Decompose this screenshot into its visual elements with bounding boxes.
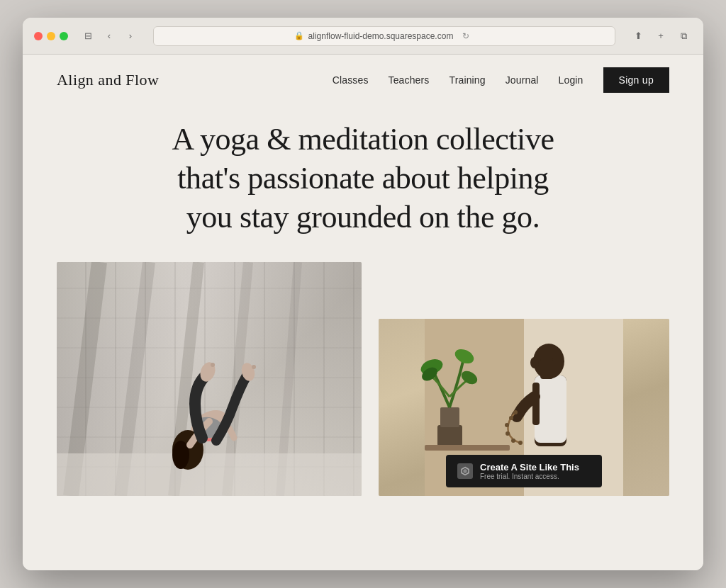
lock-icon: 🔒 bbox=[294, 31, 304, 40]
browser-chrome: ⊟ ‹ › 🔒 alignflow-fluid-demo.squarespace… bbox=[23, 18, 703, 55]
banner-main-text: Create A Site Like This bbox=[480, 462, 579, 473]
svg-point-12 bbox=[252, 365, 256, 369]
share-button[interactable]: ⬆ bbox=[630, 28, 647, 45]
back-button[interactable]: ‹ bbox=[101, 28, 118, 45]
hero-text-block: A yoga & meditation collective that's pa… bbox=[164, 120, 562, 237]
svg-point-31 bbox=[506, 431, 510, 436]
svg-point-26 bbox=[530, 357, 539, 368]
yoga-bg bbox=[57, 262, 362, 496]
browser-window: ⊟ ‹ › 🔒 alignflow-fluid-demo.squarespace… bbox=[23, 18, 703, 570]
website-content: Align and Flow Classes Teachers Training… bbox=[23, 55, 703, 570]
squarespace-logo bbox=[457, 463, 473, 479]
browser-actions: ⬆ + ⧉ bbox=[630, 28, 692, 45]
hero-headline: A yoga & meditation collective that's pa… bbox=[164, 120, 562, 237]
signup-button[interactable]: Sign up bbox=[603, 67, 669, 93]
svg-rect-15 bbox=[437, 425, 462, 446]
images-row: Create A Site Like This Free trial. Inst… bbox=[57, 262, 669, 570]
site-logo[interactable]: Align and Flow bbox=[57, 71, 159, 89]
squarespace-banner[interactable]: Create A Site Like This Free trial. Inst… bbox=[446, 455, 602, 487]
reload-button[interactable]: ↻ bbox=[457, 28, 474, 45]
yoga-figure-svg bbox=[57, 262, 362, 496]
banner-text: Create A Site Like This Free trial. Inst… bbox=[480, 462, 579, 480]
site-nav: Align and Flow Classes Teachers Training… bbox=[23, 55, 703, 106]
svg-rect-5 bbox=[57, 453, 362, 496]
nav-training[interactable]: Training bbox=[449, 74, 485, 86]
svg-point-28 bbox=[513, 410, 518, 414]
svg-rect-16 bbox=[440, 407, 459, 427]
sidebar-toggle[interactable]: ⊟ bbox=[79, 28, 96, 45]
browser-controls: ⊟ ‹ › bbox=[79, 28, 139, 45]
ss-logo-icon bbox=[460, 466, 470, 476]
nav-links: Classes Teachers Training Journal Login … bbox=[333, 67, 669, 93]
nav-teachers[interactable]: Teachers bbox=[389, 74, 430, 86]
maximize-button[interactable] bbox=[60, 32, 68, 40]
url-text: alignflow-fluid-demo.squarespace.com bbox=[308, 31, 454, 41]
svg-point-33 bbox=[518, 441, 523, 445]
svg-point-32 bbox=[511, 439, 515, 443]
svg-point-11 bbox=[211, 363, 215, 367]
duplicate-button[interactable]: ⧉ bbox=[675, 28, 692, 45]
svg-point-30 bbox=[505, 423, 509, 427]
nav-journal[interactable]: Journal bbox=[506, 74, 539, 86]
address-bar[interactable]: 🔒 alignflow-fluid-demo.squarespace.com ↻ bbox=[153, 26, 615, 46]
svg-point-29 bbox=[509, 416, 513, 420]
svg-rect-21 bbox=[425, 445, 510, 451]
new-tab-button[interactable]: + bbox=[652, 28, 669, 45]
hero-section: A yoga & meditation collective that's pa… bbox=[23, 106, 703, 570]
banner-sub-text: Free trial. Instant access. bbox=[480, 473, 579, 480]
meditation-bg: Create A Site Like This Free trial. Inst… bbox=[379, 319, 669, 496]
forward-button[interactable]: › bbox=[122, 28, 139, 45]
close-button[interactable] bbox=[34, 32, 43, 40]
nav-classes[interactable]: Classes bbox=[333, 74, 369, 86]
traffic-lights bbox=[34, 32, 68, 40]
yoga-image bbox=[57, 262, 362, 496]
minimize-button[interactable] bbox=[47, 32, 55, 40]
nav-login[interactable]: Login bbox=[559, 74, 583, 86]
svg-rect-34 bbox=[540, 358, 553, 379]
meditation-image: Create A Site Like This Free trial. Inst… bbox=[379, 319, 669, 496]
